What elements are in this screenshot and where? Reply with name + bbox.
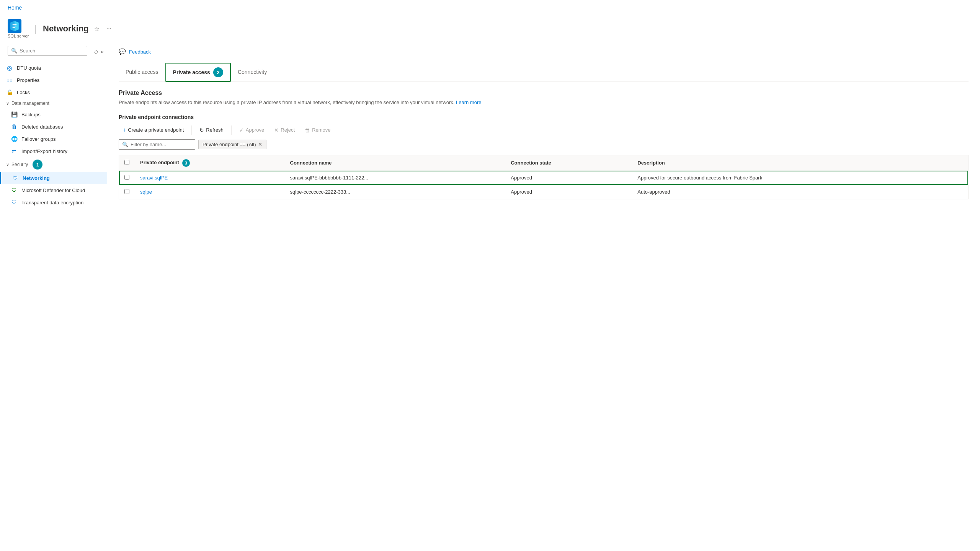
row-2-description: Auto-approved	[632, 185, 968, 199]
badge-2: 2	[213, 67, 223, 77]
row-2-connection-name: sqlpe-cccccccc-2222-333...	[285, 185, 506, 199]
sidebar-item-transparent[interactable]: 🛡 Transparent data encryption	[0, 196, 107, 209]
sidebar-item-locks[interactable]: 🔒 Locks	[0, 86, 107, 98]
add-icon: +	[122, 127, 126, 134]
svg-rect-2	[13, 26, 17, 26]
toolbar-separator-2	[231, 126, 232, 135]
sidebar: 🔍 ◇ « ◎ DTU quota ⚏ Properties 🔒 Locks ∨…	[0, 41, 107, 546]
row-1-checkbox-cell[interactable]	[119, 171, 135, 185]
filter-input-box[interactable]: 🔍	[119, 139, 195, 150]
filter-tag-clear-icon[interactable]: ✕	[258, 142, 262, 147]
connections-title: Private endpoint connections	[119, 114, 969, 120]
row-1-checkbox[interactable]	[124, 175, 129, 180]
search-icon: 🔍	[11, 48, 17, 54]
approve-icon: ✓	[239, 127, 244, 133]
networking-icon: 🛡	[12, 174, 19, 181]
tab-connectivity[interactable]: Connectivity	[231, 65, 274, 80]
sidebar-item-backups[interactable]: 💾 Backups	[0, 108, 107, 121]
create-private-endpoint-button[interactable]: + Create a private endpoint	[119, 125, 188, 135]
sidebar-item-deleted-databases[interactable]: 🗑 Deleted databases	[0, 121, 107, 133]
transparent-icon: 🛡	[11, 199, 18, 206]
sidebar-label-properties: Properties	[17, 77, 39, 83]
learn-more-link[interactable]: Learn more	[456, 99, 481, 105]
sidebar-section-label-data-management: Data management	[11, 101, 49, 106]
sql-server-icon	[8, 19, 21, 33]
reject-button[interactable]: ✕ Reject	[270, 125, 299, 135]
row-1-state: Approved	[505, 171, 632, 185]
tab-public-access[interactable]: Public access	[119, 65, 165, 80]
col-connection-state: Connection state	[505, 155, 632, 171]
failover-groups-icon: 🌐	[11, 135, 18, 142]
home-link[interactable]: Home	[8, 5, 22, 11]
sidebar-pin-button[interactable]: ◇	[94, 49, 98, 55]
dto-quota-icon: ◎	[6, 64, 13, 71]
feedback-bar[interactable]: 💬 Feedback	[119, 48, 969, 55]
row-2-checkbox-cell[interactable]	[119, 185, 135, 199]
svg-rect-3	[13, 27, 15, 28]
tab-private-access[interactable]: Private access 2	[165, 63, 231, 82]
table-row[interactable]: sqlpe sqlpe-cccccccc-2222-333... Approve…	[119, 185, 968, 199]
sidebar-item-failover-groups[interactable]: 🌐 Failover groups	[0, 133, 107, 145]
sidebar-section-data-management[interactable]: ∨ Data management	[0, 98, 107, 108]
remove-label: Remove	[312, 127, 330, 133]
row-2-endpoint[interactable]: sqlpe	[135, 185, 285, 199]
table-header-row: Private endpoint3 Connection name Connec…	[119, 155, 968, 171]
locks-icon: 🔒	[6, 89, 13, 96]
sidebar-label-failover-groups: Failover groups	[21, 136, 56, 142]
select-all-header[interactable]	[119, 155, 135, 171]
col-private-endpoint: Private endpoint3	[135, 155, 285, 171]
table-row[interactable]: saravi.sqlPE saravi.sqlPE-bbbbbbbb-1111-…	[119, 171, 968, 185]
sidebar-item-properties[interactable]: ⚏ Properties	[0, 74, 107, 86]
private-access-desc: Private endpoints allow access to this r…	[119, 99, 969, 106]
sidebar-collapse-button[interactable]: «	[101, 49, 104, 55]
col-description: Description	[632, 155, 968, 171]
badge-3: 3	[182, 159, 190, 167]
approve-label: Approve	[246, 127, 264, 133]
sidebar-section-security[interactable]: ∨ Security 1	[0, 157, 107, 172]
select-all-checkbox[interactable]	[124, 160, 129, 165]
search-input[interactable]	[20, 48, 84, 54]
favorite-button[interactable]: ☆	[93, 24, 101, 34]
approve-button[interactable]: ✓ Approve	[235, 125, 268, 135]
remove-icon: 🗑	[305, 127, 310, 133]
sidebar-label-locks: Locks	[17, 90, 30, 95]
sidebar-item-dto-quota[interactable]: ◎ DTU quota	[0, 62, 107, 74]
filter-tag[interactable]: Private endpoint == (All) ✕	[198, 140, 266, 149]
sidebar-label-backups: Backups	[21, 112, 41, 117]
header-divider: |	[34, 23, 37, 35]
filter-input[interactable]	[131, 142, 192, 147]
sidebar-section-label-security: Security	[11, 162, 28, 167]
sidebar-item-import-export[interactable]: ⇄ Import/Export history	[0, 145, 107, 157]
row-1-endpoint[interactable]: saravi.sqlPE	[135, 171, 285, 185]
backups-icon: 💾	[11, 111, 18, 118]
sidebar-item-networking[interactable]: 🛡 Networking	[0, 172, 107, 184]
endpoints-table: Private endpoint3 Connection name Connec…	[119, 155, 968, 199]
row-1-description: Approved for secure outbound access from…	[632, 171, 968, 185]
filter-search-icon: 🔍	[122, 142, 128, 147]
feedback-label[interactable]: Feedback	[129, 49, 151, 55]
refresh-button[interactable]: ↻ Refresh	[196, 125, 227, 135]
search-box[interactable]: 🔍	[8, 46, 87, 55]
svg-rect-1	[13, 24, 17, 25]
filter-row: 🔍 Private endpoint == (All) ✕	[119, 139, 969, 150]
page-title: Networking	[43, 24, 89, 34]
sidebar-label-import-export: Import/Export history	[21, 148, 67, 154]
tab-private-access-label: Private access	[173, 69, 210, 75]
row-1-endpoint-link[interactable]: saravi.sqlPE	[140, 175, 168, 181]
import-export-icon: ⇄	[11, 148, 18, 155]
toolbar: + Create a private endpoint ↻ Refresh ✓ …	[119, 125, 969, 135]
sidebar-label-dto-quota: DTU quota	[17, 65, 41, 71]
remove-button[interactable]: 🗑 Remove	[301, 125, 334, 135]
reject-label: Reject	[281, 127, 295, 133]
tab-bar: Public access Private access 2 Connectiv…	[119, 63, 969, 82]
sidebar-item-defender[interactable]: 🛡 Microsoft Defender for Cloud	[0, 184, 107, 196]
endpoints-table-container: Private endpoint3 Connection name Connec…	[119, 155, 969, 199]
row-1-connection-name: saravi.sqlPE-bbbbbbbb-1111-222...	[285, 171, 506, 185]
row-2-checkbox[interactable]	[124, 189, 129, 194]
sidebar-label-networking: Networking	[23, 175, 50, 181]
sidebar-label-deleted-databases: Deleted databases	[21, 124, 63, 130]
reject-icon: ✕	[274, 127, 279, 133]
row-2-endpoint-link[interactable]: sqlpe	[140, 189, 152, 195]
more-options-button[interactable]: ···	[105, 24, 113, 34]
private-access-title: Private Access	[119, 90, 969, 96]
